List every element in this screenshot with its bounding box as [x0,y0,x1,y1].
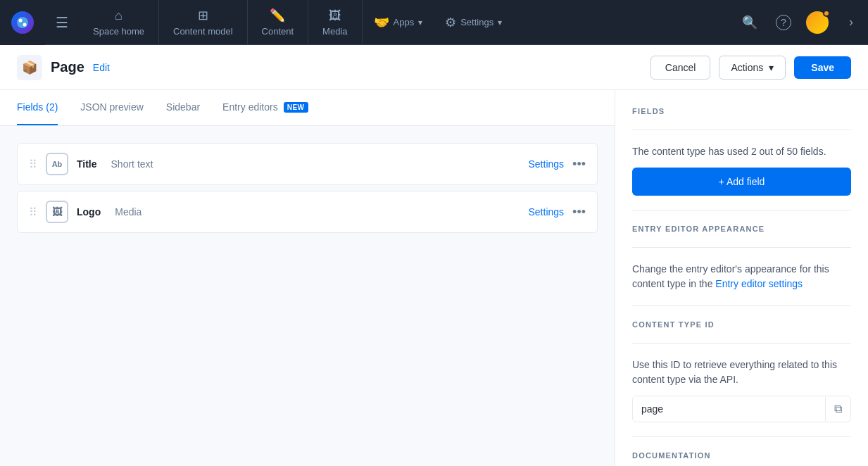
nav-settings[interactable]: ⚙ Settings ▾ [434,0,513,45]
right-sidebar: FIELDS The content type has used 2 out o… [615,90,868,466]
field-settings-link-logo[interactable]: Settings [529,206,565,218]
actions-chevron-icon: ▾ [769,62,774,73]
field-type-media-icon: 🖼 [46,201,68,223]
entry-editor-section: ENTRY EDITOR APPEARANCE Change the entry… [632,225,851,291]
add-field-button[interactable]: + Add field [632,168,851,196]
main-layout: Fields (2) JSON preview Sidebar Entry ed… [0,90,868,466]
page-header: 📦 Page Edit Cancel Actions ▾ Save [0,45,868,90]
documentation-section: DOCUMENTATION [632,451,851,460]
nav-right-actions: 🔍 ? › [733,0,868,45]
nav-space-home[interactable]: ⌂ Space home [79,0,159,45]
box-icon: 📦 [22,60,37,75]
search-icon: 🔍 [742,15,757,30]
content-area: Fields (2) JSON preview Sidebar Entry ed… [0,90,615,466]
content-type-id-section: CONTENT TYPE ID Use this ID to retrieve … [632,320,851,422]
field-name-title: Title [77,158,97,170]
field-type-title: Short text [111,158,153,170]
field-name-logo: Logo [77,206,101,218]
top-nav: ☰ ⌂ Space home ⊞ Content model ✏️ Conten… [0,0,868,45]
tabs-bar: Fields (2) JSON preview Sidebar Entry ed… [0,90,615,126]
table-row: ⠿ 🖼 Logo Media Settings ••• [17,191,598,233]
avatar-button[interactable] [800,0,834,45]
home-icon: ⌂ [115,8,122,23]
tab-json-preview[interactable]: JSON preview [80,90,143,125]
app-logo[interactable] [0,0,45,45]
drag-handle-icon[interactable]: ⠿ [29,158,37,171]
field-settings-link-title[interactable]: Settings [529,158,565,170]
search-button[interactable]: 🔍 [733,0,767,45]
save-button[interactable]: Save [794,56,851,79]
help-icon: ? [776,15,791,30]
entry-editor-section-title: ENTRY EDITOR APPEARANCE [632,225,851,233]
drag-handle-icon[interactable]: ⠿ [29,206,37,219]
apps-chevron-icon: ▾ [418,18,422,27]
tab-sidebar[interactable]: Sidebar [166,90,200,125]
cancel-button[interactable]: Cancel [650,56,711,80]
fields-section-title: FIELDS [632,107,851,115]
entry-editor-settings-link[interactable]: Entry editor settings [715,278,803,289]
content-type-id-box: ⧉ [632,396,851,422]
tab-fields[interactable]: Fields (2) [17,90,58,125]
nav-media[interactable]: 🖼 Media [308,0,362,45]
logo-circle [11,11,34,34]
content-icon: ✏️ [270,8,285,23]
avatar-notification-badge [823,10,830,17]
fields-section: FIELDS The content type has used 2 out o… [632,107,851,196]
header-actions: Cancel Actions ▾ Save [650,56,851,80]
field-actions-logo: Settings ••• [529,205,586,220]
fields-list: ⠿ Ab Title Short text Settings ••• ⠿ 🖼 L… [0,126,615,256]
content-type-id-description: Use this ID to retrieve everything relat… [632,358,851,387]
svg-point-2 [23,23,27,26]
chevron-right-icon: › [849,15,853,30]
nav-expand-button[interactable]: › [834,0,868,45]
page-title: Page [51,59,84,75]
content-model-icon: ⊞ [198,8,208,23]
fields-description: The content type has used 2 out of 50 fi… [632,144,851,159]
field-more-button-title[interactable]: ••• [572,157,586,172]
field-type-text-icon: Ab [46,153,68,175]
tab-entry-editors[interactable]: Entry editors NEW [222,90,308,125]
documentation-section-title: DOCUMENTATION [632,451,851,460]
field-more-button-logo[interactable]: ••• [572,205,586,220]
content-type-id-title: CONTENT TYPE ID [632,320,851,329]
hamburger-button[interactable]: ☰ [45,0,79,45]
svg-point-0 [17,17,28,28]
svg-point-1 [19,18,23,22]
apps-icon: 🤝 [374,15,389,30]
media-icon: 🖼 [329,8,341,23]
table-row: ⠿ Ab Title Short text Settings ••• [17,143,598,185]
nav-content[interactable]: ✏️ Content [248,0,309,45]
content-type-id-input[interactable] [633,396,825,422]
copy-id-button[interactable]: ⧉ [825,397,850,421]
nav-content-model[interactable]: ⊞ Content model [159,0,248,45]
field-type-logo: Media [115,206,141,218]
page-type-icon: 📦 [17,55,42,80]
edit-link[interactable]: Edit [93,62,110,73]
entry-editors-badge: NEW [284,102,308,113]
field-actions-title: Settings ••• [529,157,586,172]
avatar [806,11,829,34]
entry-editor-description: Change the entry editor's appearance for… [632,262,851,291]
actions-button[interactable]: Actions ▾ [719,56,786,80]
settings-chevron-icon: ▾ [498,18,502,27]
help-button[interactable]: ? [767,0,800,45]
copy-icon: ⧉ [834,403,842,415]
nav-apps[interactable]: 🤝 Apps ▾ [363,0,434,45]
settings-icon: ⚙ [445,15,456,30]
